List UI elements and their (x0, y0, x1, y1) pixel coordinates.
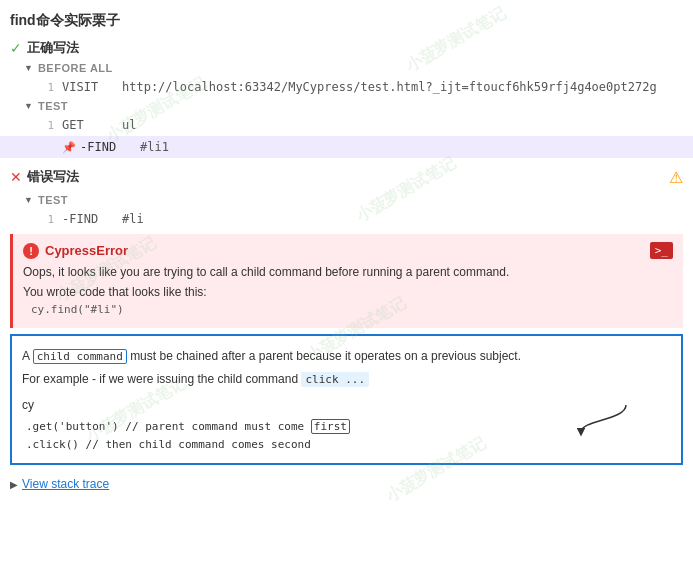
error-circle-icon: ! (23, 243, 39, 259)
x-icon: ✕ (10, 169, 22, 185)
triangle-icon-3: ▼ (24, 195, 33, 205)
find-cmd-correct: -FIND (80, 140, 140, 154)
code-line1-text: .get('button') // parent command must co… (26, 420, 304, 433)
correct-section-label: 正确写法 (27, 39, 79, 57)
first-highlight: first (311, 419, 350, 434)
error-block: ! CypressError >_ Oops, it looks like yo… (10, 234, 683, 328)
test-label-correct: TEST (38, 100, 68, 112)
arrow-svg (571, 400, 631, 440)
triangle-icon-2: ▼ (24, 101, 33, 111)
error-line2: You wrote code that looks like this: (23, 285, 673, 299)
terminal-icon: >_ (650, 242, 673, 259)
line-num-find-err: 1 (36, 213, 54, 226)
blue-box-line3-rest: must be chained after a parent because i… (130, 349, 521, 363)
find-arg-correct: #li1 (140, 140, 169, 154)
code-line1: .get('button') // parent command must co… (26, 418, 671, 437)
test-header-incorrect: ▼ TEST (0, 192, 693, 208)
triangle-right-icon: ▶ (10, 479, 18, 490)
cypress-error-label: CypressError (45, 243, 128, 258)
correct-section-header: ✓ 正确写法 (0, 36, 693, 60)
before-all-label: BEFORE ALL (38, 62, 113, 74)
code-example: cy.find("#li") (31, 303, 673, 316)
before-all-header: ▼ BEFORE ALL (0, 60, 693, 76)
blue-box-code-lines: .get('button') // parent command must co… (26, 418, 671, 455)
incorrect-section-header: ✕ 错误写法 (10, 165, 79, 189)
stack-trace-row: ▶ View stack trace (0, 471, 693, 495)
visit-cmd-row[interactable]: 1 VISIT http://localhost:63342/MyCypress… (0, 76, 693, 98)
line-num-get: 1 (36, 119, 54, 132)
visit-arg: http://localhost:63342/MyCypress/test.ht… (122, 80, 657, 94)
blue-box-line3: A child command must be chained after a … (22, 346, 671, 367)
get-arg: ul (122, 118, 136, 132)
correct-section: ✓ 正确写法 ▼ BEFORE ALL 1 VISIT http://local… (0, 36, 693, 158)
warning-icon: ⚠ (669, 168, 683, 187)
child-command-highlight: child command (33, 349, 127, 364)
visit-cmd: VISIT (62, 80, 122, 94)
find-arg-incorrect: #li (122, 212, 144, 226)
blue-box-a: A (22, 349, 29, 363)
incorrect-section: ✕ 错误写法 ⚠ ▼ TEST 1 -FIND #li ! CypressErr… (0, 162, 693, 495)
error-title: ! CypressError (23, 243, 128, 259)
test-header-correct: ▼ TEST (0, 98, 693, 114)
get-cmd-row[interactable]: 1 GET ul (0, 114, 693, 136)
incorrect-section-header-row: ✕ 错误写法 ⚠ (0, 162, 693, 192)
get-cmd: GET (62, 118, 122, 132)
triangle-icon: ▼ (24, 63, 33, 73)
find-cmd-row-incorrect[interactable]: 1 -FIND #li (0, 208, 693, 230)
page-container: 小菠萝测试笔记 小菠萝测试笔记 小菠萝测试笔记 小菠萝测试笔记 小菠萝测试笔记 … (0, 0, 693, 507)
test-label-incorrect: TEST (38, 194, 68, 206)
view-stack-trace-link[interactable]: View stack trace (22, 477, 109, 491)
blue-box-line4: For example - if we were issuing the chi… (22, 369, 671, 390)
line-num-1: 1 (36, 81, 54, 94)
check-icon: ✓ (10, 40, 22, 56)
find-cmd-incorrect: -FIND (62, 212, 122, 226)
click-code: click ... (301, 372, 369, 387)
page-title: find命令实际栗子 (0, 8, 693, 36)
error-line1: Oops, it looks like you are trying to ca… (23, 265, 673, 279)
incorrect-section-label: 错误写法 (27, 168, 79, 186)
pin-icon: 📌 (62, 141, 76, 154)
blue-box: A child command must be chained after a … (10, 334, 683, 465)
error-title-row: ! CypressError >_ (23, 242, 673, 259)
for-example-text: For example - if we were issuing the chi… (22, 372, 298, 386)
find-cmd-row-correct[interactable]: 📌 -FIND #li1 (0, 136, 693, 158)
